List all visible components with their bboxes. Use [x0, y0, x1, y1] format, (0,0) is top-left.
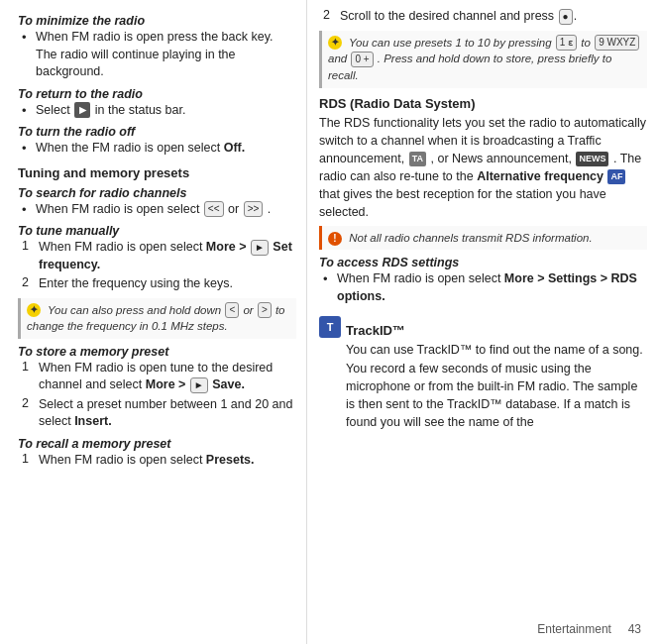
next-small-key: > — [258, 302, 272, 318]
recall-title: To recall a memory preset — [18, 437, 296, 451]
access-bullet: • When FM radio is open select More > Se… — [323, 270, 647, 305]
recall-step-1: 1 When FM radio is open select Presets. — [22, 452, 296, 470]
search-text: When FM radio is open select << or >> . — [36, 201, 271, 219]
left-column: To minimize the radio • When FM radio is… — [0, 0, 307, 644]
prev-key: << — [204, 201, 224, 217]
rds-section: RDS (Radio Data System) The RDS function… — [319, 96, 647, 222]
status-bar-icon: ▶ — [74, 102, 90, 118]
trackid-icon: T — [319, 316, 341, 338]
prev-small-key: < — [225, 302, 239, 318]
rds-title: RDS (Radio Data System) — [319, 96, 647, 111]
tip-icon-2: ✦ — [328, 36, 342, 50]
minimize-bullet: • When FM radio is open press the back k… — [22, 29, 296, 81]
af-badge: AF — [607, 169, 625, 184]
minimize-title: To minimize the radio — [18, 14, 296, 28]
manual-step-2: 2 Enter the frequency using the keys. — [22, 275, 296, 293]
access-title: To access RDS settings — [319, 256, 647, 269]
tuning-section: Tuning and memory presets — [18, 165, 296, 180]
turnoff-title: To turn the radio off — [18, 125, 296, 139]
store-title: To store a memory preset — [18, 345, 296, 359]
more-arrow2: ► — [190, 377, 208, 393]
ta-badge: TA — [409, 152, 426, 166]
store-step-1: 1 When FM radio is open tune to the desi… — [22, 360, 296, 394]
center-key: ● — [559, 9, 573, 25]
rds-body: The RDS functionality lets you set the r… — [319, 114, 647, 222]
key-9: 9 WXYZ — [595, 35, 639, 51]
bullet-dot: • — [22, 141, 32, 156]
search-title: To search for radio channels — [18, 186, 296, 200]
page: To minimize the radio • When FM radio is… — [0, 0, 659, 644]
store-step-2: 2 Select a preset number between 1 and 2… — [22, 396, 296, 431]
warn-box: ! Not all radio channels transmit RDS in… — [319, 226, 647, 250]
bullet-dot: • — [22, 202, 32, 217]
trackid-section: T TrackID™ You can use TrackID™ to find … — [319, 315, 647, 431]
footer-label: Entertainment — [537, 622, 611, 636]
footer-page: 43 — [628, 622, 641, 636]
minimize-text: When FM radio is open press the back key… — [36, 29, 296, 81]
return-bullet: • Select ▶ in the status bar. — [22, 102, 296, 120]
footer: Entertainment 43 — [537, 622, 641, 636]
more-arrow: ► — [251, 240, 269, 256]
return-title: To return to the radio — [18, 87, 296, 101]
bullet-dot: • — [22, 30, 32, 45]
search-bullet: • When FM radio is open select << or >> … — [22, 201, 296, 219]
tip-icon: ✦ — [27, 303, 41, 317]
trackid-content: TrackID™ You can use TrackID™ to find ou… — [346, 315, 647, 431]
trackid-body: You can use TrackID™ to find out the nam… — [346, 341, 647, 431]
manual-title: To tune manually — [18, 224, 296, 238]
right-column: 2 Scroll to the desired channel and pres… — [307, 0, 659, 644]
trackid-title: TrackID™ — [346, 323, 647, 338]
turnoff-bullet: • When the FM radio is open select Off. — [22, 140, 296, 158]
key-0: 0 + — [351, 52, 373, 67]
return-text: Select ▶ in the status bar. — [36, 102, 185, 120]
tip-box-2: ✦ You can use presets 1 to 10 by pressin… — [319, 31, 647, 88]
warn-icon: ! — [328, 232, 342, 246]
tip-box-1: ✦ You can also press and hold down < or … — [18, 298, 296, 339]
turnoff-text: When the FM radio is open select Off. — [36, 140, 245, 158]
scroll-step-2: 2 Scroll to the desired channel and pres… — [323, 8, 647, 26]
bullet-dot: • — [22, 103, 32, 118]
key-1: 1 ɛ — [556, 35, 577, 51]
manual-step-1: 1 When FM radio is open select More > ► … — [22, 239, 296, 273]
next-key: >> — [244, 201, 264, 217]
bullet-dot: • — [323, 271, 333, 286]
news-badge: NEWS — [576, 152, 608, 166]
